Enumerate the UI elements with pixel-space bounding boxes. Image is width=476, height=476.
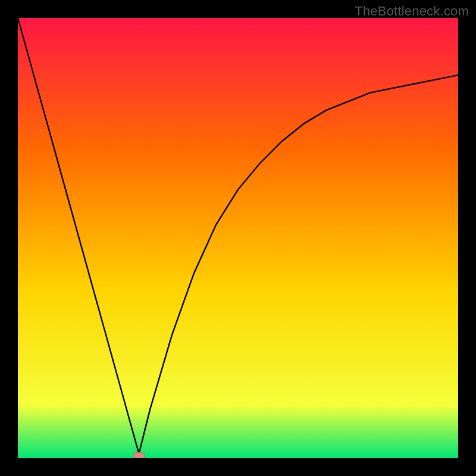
watermark-label: TheBottleneck.com [355, 4, 469, 19]
curve-minimum-marker [133, 452, 145, 458]
plot-area [18, 18, 458, 458]
chart-frame: TheBottleneck.com [0, 0, 476, 476]
chart-svg [18, 18, 458, 458]
gradient-background [18, 18, 458, 458]
